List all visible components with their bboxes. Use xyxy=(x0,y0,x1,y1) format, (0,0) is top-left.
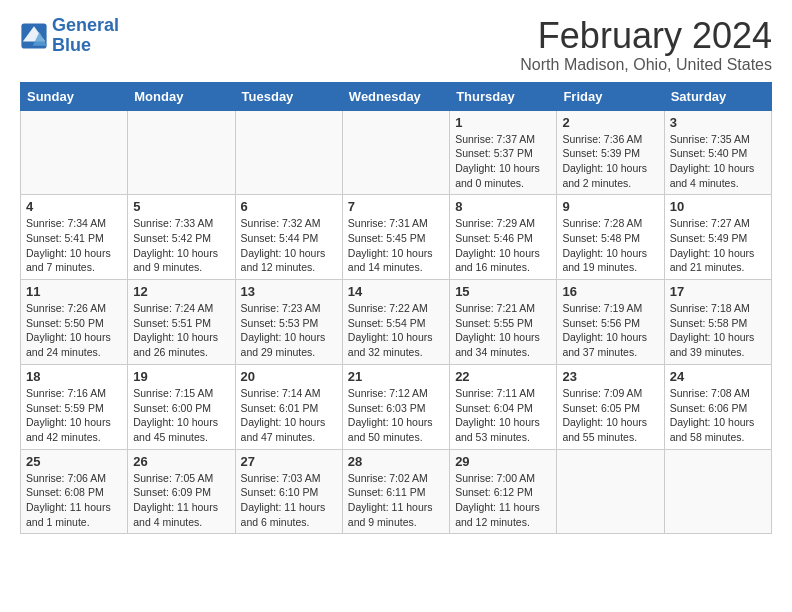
day-info: Sunrise: 7:18 AM Sunset: 5:58 PM Dayligh… xyxy=(670,301,766,360)
day-info: Sunrise: 7:21 AM Sunset: 5:55 PM Dayligh… xyxy=(455,301,551,360)
calendar-cell xyxy=(235,110,342,195)
day-info: Sunrise: 7:00 AM Sunset: 6:12 PM Dayligh… xyxy=(455,471,551,530)
main-title: February 2024 xyxy=(520,16,772,56)
calendar-cell: 21Sunrise: 7:12 AM Sunset: 6:03 PM Dayli… xyxy=(342,364,449,449)
day-number: 20 xyxy=(241,369,337,384)
calendar-cell: 22Sunrise: 7:11 AM Sunset: 6:04 PM Dayli… xyxy=(450,364,557,449)
day-info: Sunrise: 7:37 AM Sunset: 5:37 PM Dayligh… xyxy=(455,132,551,191)
day-number: 2 xyxy=(562,115,658,130)
day-number: 1 xyxy=(455,115,551,130)
calendar-cell: 5Sunrise: 7:33 AM Sunset: 5:42 PM Daylig… xyxy=(128,195,235,280)
day-info: Sunrise: 7:32 AM Sunset: 5:44 PM Dayligh… xyxy=(241,216,337,275)
calendar-cell: 4Sunrise: 7:34 AM Sunset: 5:41 PM Daylig… xyxy=(21,195,128,280)
calendar-cell: 11Sunrise: 7:26 AM Sunset: 5:50 PM Dayli… xyxy=(21,280,128,365)
day-info: Sunrise: 7:16 AM Sunset: 5:59 PM Dayligh… xyxy=(26,386,122,445)
header-sunday: Sunday xyxy=(21,82,128,110)
day-number: 21 xyxy=(348,369,444,384)
day-info: Sunrise: 7:26 AM Sunset: 5:50 PM Dayligh… xyxy=(26,301,122,360)
calendar-week-3: 11Sunrise: 7:26 AM Sunset: 5:50 PM Dayli… xyxy=(21,280,772,365)
day-info: Sunrise: 7:23 AM Sunset: 5:53 PM Dayligh… xyxy=(241,301,337,360)
calendar-cell: 17Sunrise: 7:18 AM Sunset: 5:58 PM Dayli… xyxy=(664,280,771,365)
calendar-table: SundayMondayTuesdayWednesdayThursdayFrid… xyxy=(20,82,772,535)
day-number: 18 xyxy=(26,369,122,384)
header-monday: Monday xyxy=(128,82,235,110)
calendar-cell: 27Sunrise: 7:03 AM Sunset: 6:10 PM Dayli… xyxy=(235,449,342,534)
day-info: Sunrise: 7:06 AM Sunset: 6:08 PM Dayligh… xyxy=(26,471,122,530)
calendar-cell: 1Sunrise: 7:37 AM Sunset: 5:37 PM Daylig… xyxy=(450,110,557,195)
calendar-cell: 6Sunrise: 7:32 AM Sunset: 5:44 PM Daylig… xyxy=(235,195,342,280)
day-number: 24 xyxy=(670,369,766,384)
day-info: Sunrise: 7:05 AM Sunset: 6:09 PM Dayligh… xyxy=(133,471,229,530)
header-tuesday: Tuesday xyxy=(235,82,342,110)
day-info: Sunrise: 7:02 AM Sunset: 6:11 PM Dayligh… xyxy=(348,471,444,530)
calendar-cell: 12Sunrise: 7:24 AM Sunset: 5:51 PM Dayli… xyxy=(128,280,235,365)
day-number: 11 xyxy=(26,284,122,299)
day-number: 3 xyxy=(670,115,766,130)
day-number: 13 xyxy=(241,284,337,299)
day-number: 14 xyxy=(348,284,444,299)
day-info: Sunrise: 7:14 AM Sunset: 6:01 PM Dayligh… xyxy=(241,386,337,445)
day-number: 6 xyxy=(241,199,337,214)
calendar-header-row: SundayMondayTuesdayWednesdayThursdayFrid… xyxy=(21,82,772,110)
calendar-cell xyxy=(664,449,771,534)
calendar-cell: 2Sunrise: 7:36 AM Sunset: 5:39 PM Daylig… xyxy=(557,110,664,195)
calendar-week-5: 25Sunrise: 7:06 AM Sunset: 6:08 PM Dayli… xyxy=(21,449,772,534)
header-wednesday: Wednesday xyxy=(342,82,449,110)
calendar-cell xyxy=(128,110,235,195)
day-number: 15 xyxy=(455,284,551,299)
day-number: 12 xyxy=(133,284,229,299)
calendar-cell: 18Sunrise: 7:16 AM Sunset: 5:59 PM Dayli… xyxy=(21,364,128,449)
day-number: 7 xyxy=(348,199,444,214)
day-number: 22 xyxy=(455,369,551,384)
day-info: Sunrise: 7:28 AM Sunset: 5:48 PM Dayligh… xyxy=(562,216,658,275)
day-info: Sunrise: 7:15 AM Sunset: 6:00 PM Dayligh… xyxy=(133,386,229,445)
day-number: 9 xyxy=(562,199,658,214)
calendar-cell: 19Sunrise: 7:15 AM Sunset: 6:00 PM Dayli… xyxy=(128,364,235,449)
calendar-cell xyxy=(342,110,449,195)
day-info: Sunrise: 7:24 AM Sunset: 5:51 PM Dayligh… xyxy=(133,301,229,360)
day-number: 17 xyxy=(670,284,766,299)
day-number: 26 xyxy=(133,454,229,469)
calendar-cell: 25Sunrise: 7:06 AM Sunset: 6:08 PM Dayli… xyxy=(21,449,128,534)
calendar-cell: 13Sunrise: 7:23 AM Sunset: 5:53 PM Dayli… xyxy=(235,280,342,365)
day-info: Sunrise: 7:12 AM Sunset: 6:03 PM Dayligh… xyxy=(348,386,444,445)
day-info: Sunrise: 7:35 AM Sunset: 5:40 PM Dayligh… xyxy=(670,132,766,191)
logo-text: General Blue xyxy=(52,16,119,56)
day-number: 27 xyxy=(241,454,337,469)
calendar-cell: 8Sunrise: 7:29 AM Sunset: 5:46 PM Daylig… xyxy=(450,195,557,280)
calendar-cell: 20Sunrise: 7:14 AM Sunset: 6:01 PM Dayli… xyxy=(235,364,342,449)
calendar-week-1: 1Sunrise: 7:37 AM Sunset: 5:37 PM Daylig… xyxy=(21,110,772,195)
calendar-cell: 24Sunrise: 7:08 AM Sunset: 6:06 PM Dayli… xyxy=(664,364,771,449)
day-info: Sunrise: 7:09 AM Sunset: 6:05 PM Dayligh… xyxy=(562,386,658,445)
day-info: Sunrise: 7:22 AM Sunset: 5:54 PM Dayligh… xyxy=(348,301,444,360)
day-number: 4 xyxy=(26,199,122,214)
calendar-cell: 3Sunrise: 7:35 AM Sunset: 5:40 PM Daylig… xyxy=(664,110,771,195)
logo-line2: Blue xyxy=(52,35,91,55)
day-number: 25 xyxy=(26,454,122,469)
calendar-cell: 10Sunrise: 7:27 AM Sunset: 5:49 PM Dayli… xyxy=(664,195,771,280)
calendar-cell: 16Sunrise: 7:19 AM Sunset: 5:56 PM Dayli… xyxy=(557,280,664,365)
logo-icon xyxy=(20,22,48,50)
day-info: Sunrise: 7:27 AM Sunset: 5:49 PM Dayligh… xyxy=(670,216,766,275)
calendar-cell: 29Sunrise: 7:00 AM Sunset: 6:12 PM Dayli… xyxy=(450,449,557,534)
day-number: 29 xyxy=(455,454,551,469)
calendar-cell: 15Sunrise: 7:21 AM Sunset: 5:55 PM Dayli… xyxy=(450,280,557,365)
day-info: Sunrise: 7:31 AM Sunset: 5:45 PM Dayligh… xyxy=(348,216,444,275)
day-info: Sunrise: 7:19 AM Sunset: 5:56 PM Dayligh… xyxy=(562,301,658,360)
day-number: 8 xyxy=(455,199,551,214)
title-area: February 2024 North Madison, Ohio, Unite… xyxy=(520,16,772,74)
calendar-cell: 23Sunrise: 7:09 AM Sunset: 6:05 PM Dayli… xyxy=(557,364,664,449)
logo-line1: General xyxy=(52,15,119,35)
calendar-week-4: 18Sunrise: 7:16 AM Sunset: 5:59 PM Dayli… xyxy=(21,364,772,449)
day-info: Sunrise: 7:34 AM Sunset: 5:41 PM Dayligh… xyxy=(26,216,122,275)
subtitle: North Madison, Ohio, United States xyxy=(520,56,772,74)
calendar-cell: 26Sunrise: 7:05 AM Sunset: 6:09 PM Dayli… xyxy=(128,449,235,534)
day-number: 5 xyxy=(133,199,229,214)
calendar-cell xyxy=(21,110,128,195)
header-friday: Friday xyxy=(557,82,664,110)
logo: General Blue xyxy=(20,16,119,56)
day-info: Sunrise: 7:36 AM Sunset: 5:39 PM Dayligh… xyxy=(562,132,658,191)
day-info: Sunrise: 7:03 AM Sunset: 6:10 PM Dayligh… xyxy=(241,471,337,530)
day-number: 16 xyxy=(562,284,658,299)
day-info: Sunrise: 7:08 AM Sunset: 6:06 PM Dayligh… xyxy=(670,386,766,445)
